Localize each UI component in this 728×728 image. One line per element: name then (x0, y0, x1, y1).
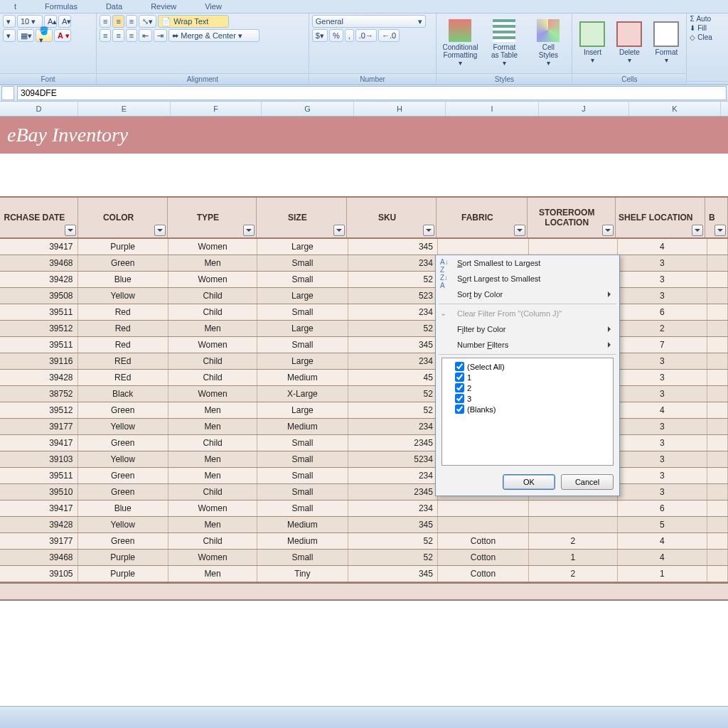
table-cell[interactable]: Cotton (438, 550, 529, 565)
table-cell[interactable]: 3 (618, 435, 707, 451)
table-row[interactable]: 39428YellowMenMedium3455 (0, 517, 728, 533)
table-cell[interactable]: 39428 (0, 517, 78, 532)
table-cell[interactable]: 39511 (0, 337, 78, 353)
table-cell[interactable]: 5234 (348, 451, 438, 467)
table-cell[interactable]: Green (78, 435, 168, 451)
column-header[interactable]: K (629, 102, 721, 116)
table-cell[interactable] (707, 451, 728, 467)
sort-desc-item[interactable]: Z↓ASort Largest to Smallest (436, 271, 619, 287)
table-cell[interactable] (529, 517, 618, 532)
filter-checkbox-item[interactable]: 2 (445, 382, 610, 393)
table-cell[interactable] (707, 484, 728, 500)
table-cell[interactable]: 45 (348, 370, 438, 385)
table-cell[interactable]: 234 (348, 500, 438, 516)
table-cell[interactable]: Large (257, 239, 348, 255)
table-header-cell[interactable]: STOREROOM LOCATION (528, 198, 616, 237)
table-cell[interactable] (707, 321, 728, 336)
table-cell[interactable]: 39417 (0, 239, 78, 255)
table-cell[interactable]: Blue (78, 500, 168, 516)
table-cell[interactable]: 3 (618, 353, 707, 369)
table-cell[interactable]: Blue (78, 272, 168, 287)
table-cell[interactable]: Medium (257, 419, 348, 434)
table-cell[interactable] (438, 239, 529, 255)
table-cell[interactable]: 3 (618, 468, 707, 483)
filter-dropdown-icon[interactable] (154, 225, 166, 236)
table-cell[interactable]: 234 (348, 468, 438, 483)
table-cell[interactable]: Yellow (78, 451, 168, 467)
formula-input[interactable]: 3094DFE (17, 86, 727, 100)
table-cell[interactable]: 52 (348, 402, 438, 418)
table-cell[interactable] (707, 255, 728, 271)
table-cell[interactable]: Purple (78, 550, 168, 565)
wrap-text-button[interactable]: 📄 Wrap Text (158, 15, 229, 28)
table-row[interactable]: 39105PurpleMenTiny345Cotton21 (0, 566, 728, 582)
table-cell[interactable]: 52 (348, 533, 438, 549)
table-cell[interactable]: 3 (618, 484, 707, 500)
fill-button[interactable]: ⬇ Fill (690, 24, 707, 32)
table-cell[interactable]: Women (168, 500, 257, 516)
table-cell[interactable]: Men (168, 451, 257, 467)
table-cell[interactable] (438, 500, 529, 516)
column-header[interactable]: H (354, 102, 446, 116)
table-header-cell[interactable]: SIZE (257, 198, 347, 237)
table-cell[interactable]: 39512 (0, 402, 78, 418)
indent-dec-button[interactable]: ⇤ (139, 29, 152, 42)
namebox-edge[interactable] (1, 86, 14, 100)
sort-asc-item[interactable]: A↓ZSort Smallest to Largest (436, 255, 619, 271)
table-header-cell[interactable]: SKU (347, 198, 437, 237)
filter-checkbox[interactable] (455, 394, 464, 403)
table-cell[interactable]: 3 (618, 370, 707, 385)
table-cell[interactable]: Small (257, 500, 348, 516)
table-cell[interactable] (707, 517, 728, 532)
dec-decimal-button[interactable]: ←.0 (378, 29, 400, 42)
table-cell[interactable]: 2345 (348, 484, 438, 500)
filter-checkbox[interactable] (455, 405, 464, 414)
table-cell[interactable]: 39512 (0, 321, 78, 336)
table-cell[interactable]: Yellow (78, 517, 168, 532)
table-cell[interactable]: Child (168, 435, 257, 451)
table-cell[interactable]: Small (257, 255, 348, 271)
table-cell[interactable]: 39417 (0, 500, 78, 516)
column-header[interactable]: D (0, 102, 78, 116)
table-cell[interactable]: 4 (618, 239, 707, 255)
table-cell[interactable]: 52 (348, 550, 438, 565)
filter-dropdown-icon[interactable] (692, 225, 703, 236)
align-left-button[interactable]: ≡ (100, 29, 111, 42)
table-cell[interactable]: 39116 (0, 353, 78, 369)
table-cell[interactable]: Medium (257, 517, 348, 532)
table-row[interactable]: 39417BlueWomenSmall2346 (0, 500, 728, 517)
percent-button[interactable]: % (329, 29, 343, 42)
filter-checkbox-item[interactable]: 3 (445, 393, 610, 404)
filter-values-list[interactable]: (Select All)123(Blanks) (441, 358, 614, 466)
table-cell[interactable]: Purple (78, 239, 168, 255)
table-cell[interactable]: Small (257, 304, 348, 320)
delete-button[interactable]: Delete▾ (612, 15, 646, 70)
menu-item[interactable]: View (205, 2, 222, 11)
table-header-cell[interactable]: COLOR (78, 198, 168, 237)
table-cell[interactable]: Child (168, 353, 257, 369)
table-cell[interactable]: 4 (618, 550, 707, 565)
clear-button[interactable]: ◇ Clea (690, 33, 712, 41)
table-cell[interactable]: 52 (348, 272, 438, 287)
table-cell[interactable]: 39177 (0, 419, 78, 434)
format-as-table-button[interactable]: Format as Table▾ (483, 15, 525, 70)
align-right-button[interactable]: ≡ (126, 29, 137, 42)
table-cell[interactable]: Men (168, 255, 257, 271)
table-cell[interactable]: Purple (78, 566, 168, 582)
table-header-cell[interactable]: TYPE (168, 198, 257, 237)
table-cell[interactable]: 523 (348, 288, 438, 304)
sheet-tab-bar[interactable] (0, 706, 728, 728)
table-cell[interactable]: Small (257, 337, 348, 353)
table-cell[interactable]: 52 (348, 321, 438, 336)
table-cell[interactable]: Small (257, 484, 348, 500)
align-top-button[interactable]: ≡ (100, 15, 111, 28)
table-cell[interactable]: 5 (618, 517, 707, 532)
table-cell[interactable]: X-Large (257, 386, 348, 402)
table-cell[interactable]: Cotton (438, 566, 529, 582)
table-cell[interactable]: 2 (618, 321, 707, 336)
table-cell[interactable]: Tiny (257, 566, 348, 582)
table-cell[interactable]: 234 (348, 255, 438, 271)
table-cell[interactable]: 39105 (0, 566, 78, 582)
table-cell[interactable]: 4 (618, 402, 707, 418)
table-header-cell[interactable]: B (705, 198, 728, 237)
